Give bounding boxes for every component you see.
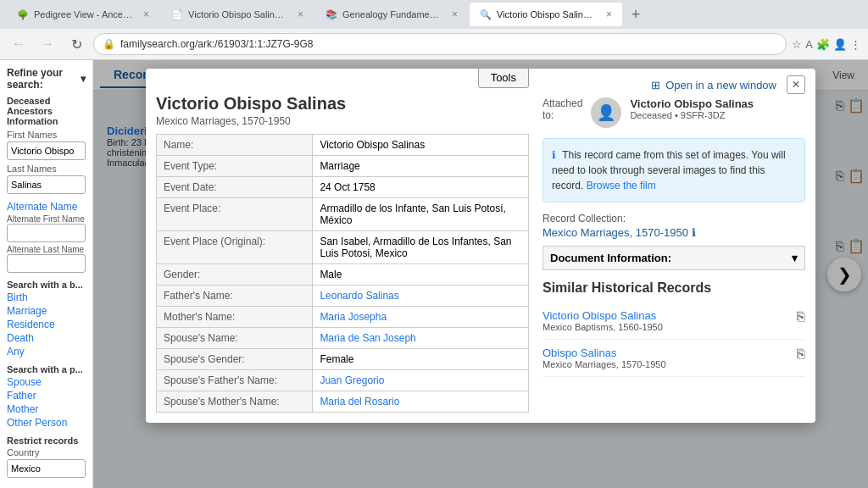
first-names-input[interactable] xyxy=(7,141,86,160)
country-label: Country xyxy=(7,447,86,458)
tab-victorio-mexico[interactable]: 🔍 Victorio Obispo Salinas, "Mexico... × xyxy=(470,3,622,26)
chevron-icon[interactable]: ▾ xyxy=(81,73,86,85)
puzzle-icon[interactable]: 🧩 xyxy=(816,38,830,51)
new-tab-button[interactable]: + xyxy=(624,3,648,26)
field-label-event-place: Event Place: xyxy=(157,198,313,231)
table-row: Event Type: Marriage xyxy=(157,156,529,177)
address-bar[interactable]: 🔒 familysearch.org/ark:/61903/1:1:JZ7G-9… xyxy=(93,33,787,55)
tab-close-facts[interactable]: × xyxy=(298,8,303,20)
info-box: ℹ This record came from this set of imag… xyxy=(542,138,805,202)
alternate-first-label: Alternate First Name xyxy=(7,214,86,224)
tab-facts[interactable]: 📄 Victorio Obispo Salinas - Facts × xyxy=(161,3,314,26)
table-row: Event Date: 24 Oct 1758 xyxy=(157,177,529,198)
record-details-table: Name: Victorio Obispo Salinas Event Type… xyxy=(156,134,529,413)
table-row: Spouse's Gender: Female xyxy=(157,349,529,370)
table-row: Father's Name: Leonardo Salinas xyxy=(157,286,529,307)
field-value-gender: Male xyxy=(313,264,529,286)
modal-body: Tools Victorio Obispo Salinas Mexico Mar… xyxy=(146,94,815,423)
main-content: Refine your search: ▾ Deceased Ancestors… xyxy=(0,60,868,488)
tab-favicon-facts: 📄 xyxy=(171,9,183,20)
alternate-last-input[interactable] xyxy=(7,254,86,273)
menu-icon[interactable]: ⋮ xyxy=(850,38,861,51)
first-names-label: First Names xyxy=(7,130,86,140)
info-circle-icon[interactable]: ℹ xyxy=(692,226,696,239)
field-value-spouses-name: Maria de San Joseph xyxy=(313,328,529,349)
sidebar-birth-link[interactable]: Birth xyxy=(7,291,86,303)
restrict-label: Restrict records xyxy=(7,435,86,446)
browser-toolbar-icons: ☆ A 🧩 👤 ⋮ xyxy=(792,38,861,51)
tab-pedigree[interactable]: 🌳 Pedigree View - Ancestry.com × xyxy=(7,3,159,26)
collection-link[interactable]: Mexico Marriages, 1570-1950 ℹ xyxy=(542,226,805,239)
user-icon[interactable]: 👤 xyxy=(833,38,847,51)
last-names-label: Last Names xyxy=(7,164,86,174)
field-label-event-place-orig: Event Place (Original): xyxy=(157,231,313,264)
modal-left-panel: Tools Victorio Obispo Salinas Mexico Mar… xyxy=(156,94,529,413)
alternate-name-link[interactable]: Alternate Name xyxy=(7,201,86,213)
record-collection-section: Record Collection: Mexico Marriages, 157… xyxy=(542,213,805,239)
tab-favicon-genealogy: 📚 xyxy=(326,9,337,20)
country-input[interactable] xyxy=(7,459,86,478)
lock-icon: 🔒 xyxy=(103,38,115,50)
avatar: 👤 xyxy=(591,97,621,128)
open-new-window-link[interactable]: ⊞ Open in a new window xyxy=(651,79,776,92)
browse-film-link[interactable]: Browse the film xyxy=(587,180,656,191)
star-icon[interactable]: ☆ xyxy=(792,38,802,51)
sidebar-mother-link[interactable]: Mother xyxy=(7,403,86,415)
sidebar-death-link[interactable]: Death xyxy=(7,332,86,344)
back-button[interactable]: ← xyxy=(7,32,31,56)
forward-button[interactable]: → xyxy=(36,32,59,56)
info-icon: ℹ xyxy=(552,149,556,161)
similar-record-item-1: Victorio Obispo Salinas Mexico Baptisms,… xyxy=(542,302,805,340)
tab-genealogy[interactable]: 📚 Genealogy Fundamentals & Ho... × xyxy=(315,3,468,26)
content-pane: Records Collections Results 1-20 View Di… xyxy=(93,60,868,488)
sidebar-any-link[interactable]: Any xyxy=(7,346,86,358)
field-label-event-type: Event Type: xyxy=(157,156,313,177)
acrobat-icon[interactable]: A xyxy=(805,38,813,51)
tab-favicon: 🌳 xyxy=(17,9,29,20)
tab-close-active[interactable]: × xyxy=(606,8,612,20)
field-value-event-type: Marriage xyxy=(313,156,529,177)
field-label-event-date: Event Date: xyxy=(157,177,313,198)
field-value-event-place: Armadillo de los Infante, San Luis Potos… xyxy=(313,198,529,231)
field-label-spouses-name: Spouse's Name: xyxy=(157,328,313,349)
address-bar-row: ← → ↻ 🔒 familysearch.org/ark:/61903/1:1:… xyxy=(0,29,868,59)
record-subtitle: Mexico Marriages, 1570-1950 xyxy=(156,115,529,127)
alternate-first-input[interactable] xyxy=(7,224,86,242)
tools-button[interactable]: Tools xyxy=(478,69,529,88)
last-names-input[interactable] xyxy=(7,175,86,194)
attached-info: Victorio Obispo Salinas Deceased • 9SFR-… xyxy=(630,97,754,120)
doc-info-header[interactable]: Document Information: ▾ xyxy=(542,246,805,270)
similar-item-name-1[interactable]: Victorio Obispo Salinas xyxy=(542,309,663,322)
similar-item-name-2[interactable]: Obispo Salinas xyxy=(542,347,666,359)
share-icon-1[interactable]: ⎘ xyxy=(797,309,805,324)
field-value-mothers-name: Maria Josepha xyxy=(313,307,529,328)
field-value-event-date: 24 Oct 1758 xyxy=(313,177,529,198)
sidebar-spouse-link[interactable]: Spouse xyxy=(7,376,86,388)
record-title: Victorio Obispo Salinas xyxy=(156,94,529,114)
browser-chrome: 🌳 Pedigree View - Ancestry.com × 📄 Victo… xyxy=(0,0,868,60)
modal-right-panel: Attached to: 👤 Victorio Obispo Salinas D… xyxy=(542,94,805,413)
share-icon-2[interactable]: ⎘ xyxy=(797,347,805,362)
modal-close-button[interactable]: × xyxy=(787,75,805,94)
table-row: Spouse's Name: Maria de San Joseph xyxy=(157,328,529,349)
table-row: Spouse's Mother's Name: Maria del Rosari… xyxy=(157,391,529,413)
sidebar-search-event: Search with a b... Birth Marriage Reside… xyxy=(7,280,86,358)
table-row: Name: Victorio Obispo Salinas xyxy=(157,135,529,156)
field-value-event-place-orig: San Isabel, Armadillo de Los Infantes, S… xyxy=(313,231,529,264)
attached-detail: Deceased • 9SFR-3DZ xyxy=(630,110,754,120)
refresh-button[interactable]: ↻ xyxy=(64,32,88,56)
sidebar-residence-link[interactable]: Residence xyxy=(7,319,86,330)
alternate-last-label: Alternate Last Name xyxy=(7,245,86,254)
tab-close-genealogy[interactable]: × xyxy=(452,8,458,20)
record-modal: ⊞ Open in a new window × Tools Victorio … xyxy=(146,69,815,423)
field-label-spouses-mothers: Spouse's Mother's Name: xyxy=(157,391,313,413)
modal-overlay: ⊞ Open in a new window × Tools Victorio … xyxy=(93,60,868,488)
tab-close-pedigree[interactable]: × xyxy=(143,8,149,20)
sidebar-marriage-link[interactable]: Marriage xyxy=(7,305,86,317)
sidebar-alternate-name: Alternate Name Alternate First Name Alte… xyxy=(7,201,86,273)
chevron-down-icon: ▾ xyxy=(792,252,798,264)
sidebar-father-link[interactable]: Father xyxy=(7,390,86,402)
sidebar-other-person-link[interactable]: Other Person xyxy=(7,417,86,429)
attached-name: Victorio Obispo Salinas xyxy=(630,97,754,110)
table-row: Mother's Name: Maria Josepha xyxy=(157,307,529,328)
